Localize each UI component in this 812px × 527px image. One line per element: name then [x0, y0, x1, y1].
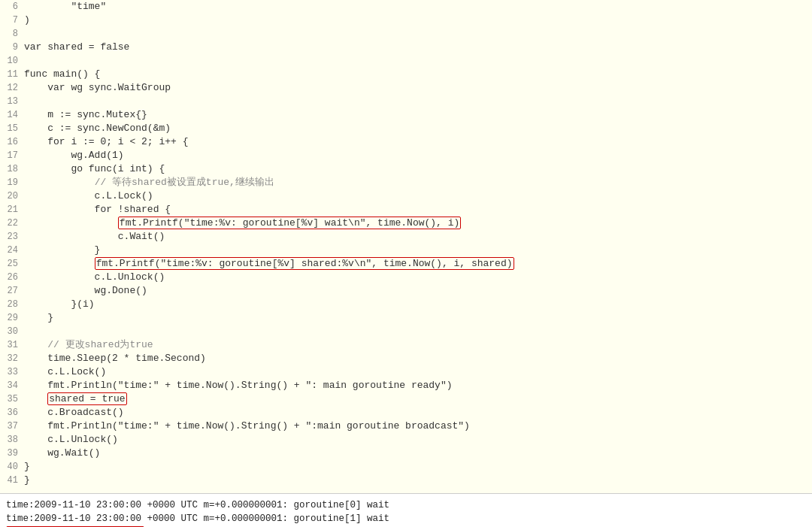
line-num-41: 41 [0, 474, 24, 487]
line-num-22: 22 [0, 217, 24, 230]
line-num-14: 14 [0, 108, 24, 122]
line-content-35: shared = true [24, 392, 127, 406]
code-line-12: 12 var wg sync.WaitGroup [0, 81, 812, 95]
line-content-37: fmt.Println("time:" + time.Now().String(… [24, 419, 470, 433]
line-num-39: 39 [0, 447, 24, 460]
output-line-1: time:2009-11-10 23:00:00 +0000 UTC m=+0.… [6, 498, 806, 512]
line-num-15: 15 [0, 122, 24, 135]
code-line-36: 36 c.Broadcast() [0, 406, 812, 419]
line-num-11: 11 [0, 68, 24, 81]
line-content-36: c.Broadcast() [24, 406, 124, 419]
line-content-9: var shared = false [24, 41, 129, 54]
line-content-30 [24, 325, 30, 338]
line-num-37: 37 [0, 419, 24, 433]
line-content-34: fmt.Println("time:" + time.Now().String(… [24, 379, 453, 392]
code-line-11: 11 func main() { [0, 68, 812, 81]
code-line-35: 35 shared = true [0, 392, 812, 406]
line-content-19: // 等待shared被设置成true,继续输出 [24, 176, 274, 189]
line-content-38: c.L.Unlock() [24, 433, 118, 447]
output-area: time:2009-11-10 23:00:00 +0000 UTC m=+0.… [0, 493, 812, 527]
code-line-24: 24 } [0, 244, 812, 257]
line-num-28: 28 [0, 298, 24, 311]
code-line-21: 21 for !shared { [0, 203, 812, 217]
line-num-6: 6 [0, 0, 24, 14]
line-num-12: 12 [0, 81, 24, 95]
line-num-40: 40 [0, 460, 24, 474]
line-num-30: 30 [0, 325, 24, 338]
line-content-32: time.Sleep(2 * time.Second) [24, 352, 206, 365]
line-num-33: 33 [0, 365, 24, 379]
code-line-32: 32 time.Sleep(2 * time.Second) [0, 352, 812, 365]
highlight-box-25: fmt.Printf("time:%v: goroutine[%v] share… [95, 257, 514, 270]
line-content-14: m := sync.Mutex{} [24, 108, 147, 122]
line-num-18: 18 [0, 162, 24, 176]
code-line-23: 23 c.Wait() [0, 230, 812, 244]
line-content-7: ) [24, 14, 30, 27]
line-num-29: 29 [0, 311, 24, 325]
line-content-27: wg.Done() [24, 284, 147, 298]
code-line-15: 15 c := sync.NewCond(&m) [0, 122, 812, 135]
line-num-17: 17 [0, 149, 24, 162]
line-num-13: 13 [0, 95, 24, 108]
code-line-30: 30 [0, 325, 812, 338]
line-num-8: 8 [0, 27, 24, 41]
line-content-25: fmt.Printf("time:%v: goroutine[%v] share… [24, 257, 514, 271]
line-content-26: c.L.Unlock() [24, 271, 165, 284]
line-content-28: }(i) [24, 298, 95, 311]
code-line-40: 40 } [0, 460, 812, 474]
code-line-18: 18 go func(i int) { [0, 162, 812, 176]
line-content-31: // 更改shared为true [24, 338, 153, 352]
code-line-37: 37 fmt.Println("time:" + time.Now().Stri… [0, 419, 812, 433]
line-num-26: 26 [0, 271, 24, 284]
code-line-17: 17 wg.Add(1) [0, 149, 812, 162]
line-content-29: } [24, 311, 53, 325]
code-line-29: 29 } [0, 311, 812, 325]
line-num-7: 7 [0, 14, 24, 27]
code-line-27: 27 wg.Done() [0, 284, 812, 298]
code-line-13: 13 [0, 95, 812, 108]
line-content-33: c.L.Lock() [24, 365, 106, 379]
code-line-41: 41 } [0, 474, 812, 487]
line-num-16: 16 [0, 135, 24, 149]
line-num-21: 21 [0, 203, 24, 217]
line-num-38: 38 [0, 433, 24, 447]
line-num-10: 10 [0, 54, 24, 68]
line-content-17: wg.Add(1) [24, 149, 124, 162]
line-content-24: } [24, 244, 100, 257]
code-line-31: 31 // 更改shared为true [0, 338, 812, 352]
code-line-14: 14 m := sync.Mutex{} [0, 108, 812, 122]
line-content-22: fmt.Printf("time:%v: goroutine[%v] wait\… [24, 217, 461, 230]
line-num-32: 32 [0, 352, 24, 365]
line-num-20: 20 [0, 189, 24, 203]
line-content-13 [24, 95, 30, 108]
output-line-2: time:2009-11-10 23:00:00 +0000 UTC m=+0.… [6, 512, 806, 525]
line-content-23: c.Wait() [24, 230, 165, 244]
line-num-35: 35 [0, 392, 24, 406]
line-content-16: for i := 0; i < 2; i++ { [24, 135, 188, 149]
code-line-16: 16 for i := 0; i < 2; i++ { [0, 135, 812, 149]
line-content-11: func main() { [24, 68, 100, 81]
code-line-9: 9 var shared = false [0, 41, 812, 54]
code-line-19: 19 // 等待shared被设置成true,继续输出 [0, 176, 812, 189]
line-num-23: 23 [0, 230, 24, 244]
line-content-41: } [24, 474, 30, 487]
code-line-6: 6 "time" [0, 0, 812, 14]
line-content-21: for !shared { [24, 203, 171, 217]
line-content-18: go func(i int) { [24, 162, 165, 176]
code-line-10: 10 [0, 54, 812, 68]
code-line-34: 34 fmt.Println("time:" + time.Now().Stri… [0, 379, 812, 392]
line-num-19: 19 [0, 176, 24, 189]
code-line-8: 8 [0, 27, 812, 41]
line-content-20: c.L.Lock() [24, 189, 153, 203]
line-num-36: 36 [0, 406, 24, 419]
code-line-28: 28 }(i) [0, 298, 812, 311]
line-num-31: 31 [0, 338, 24, 352]
code-line-22: 22 fmt.Printf("time:%v: goroutine[%v] wa… [0, 217, 812, 230]
code-line-33: 33 c.L.Lock() [0, 365, 812, 379]
line-num-27: 27 [0, 284, 24, 298]
code-line-20: 20 c.L.Lock() [0, 189, 812, 203]
line-content-10 [24, 54, 30, 68]
line-content-39: wg.Wait() [24, 447, 100, 460]
line-num-34: 34 [0, 379, 24, 392]
line-content-8 [24, 27, 30, 41]
